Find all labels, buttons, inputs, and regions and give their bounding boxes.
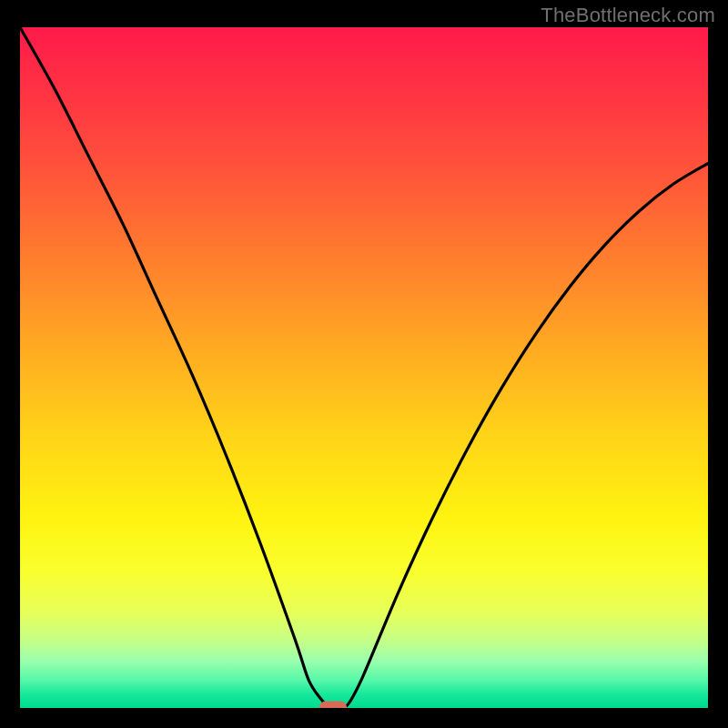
chart-frame: TheBottleneck.com (0, 0, 728, 728)
plot-area (20, 27, 708, 708)
curve-svg (20, 27, 708, 708)
bottleneck-curve-path (20, 27, 708, 708)
watermark-text: TheBottleneck.com (541, 4, 715, 27)
optimum-marker (319, 702, 347, 709)
